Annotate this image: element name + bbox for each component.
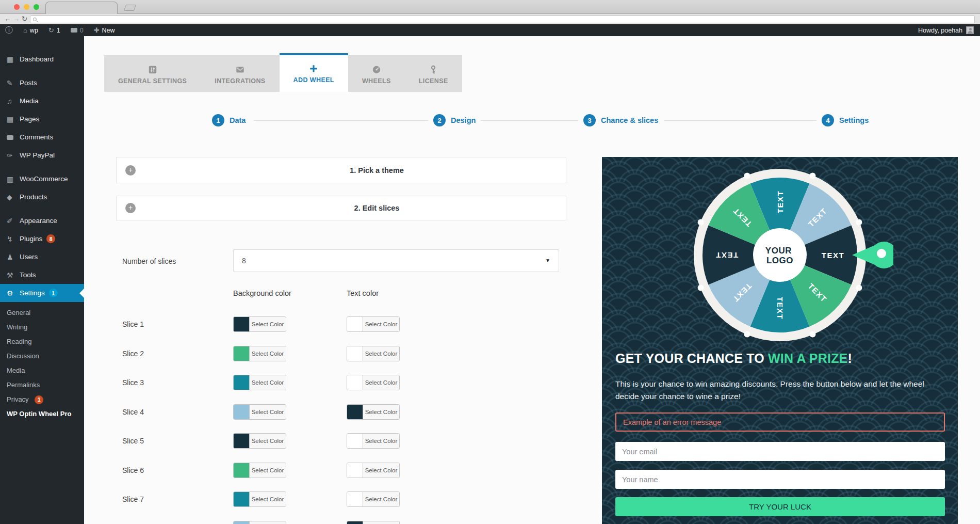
step-4-circle[interactable]: 4 [822,114,834,126]
accordion-edit-slices[interactable]: + 2. Edit slices [116,196,566,220]
reload-button[interactable]: ↻ [22,14,27,24]
sidebar-item-tools[interactable]: ⚒ Tools [0,266,84,284]
maximize-window-button[interactable] [34,4,39,10]
select-color-button[interactable]: Select Color [249,375,286,390]
slice-3-background-color-picker[interactable]: Select Color [233,375,286,390]
settings-submenu: General Writing Reading Discussion Media… [0,302,84,421]
slice-8-background-color-picker[interactable]: Select Color [233,521,286,524]
number-of-slices-select[interactable]: 8 ▼ [233,249,559,272]
updates-icon: ↻ [48,26,54,34]
sidebar-item-wp-paypal[interactable]: ✑ WP PayPal [0,146,84,164]
slice-5-text-color-picker[interactable]: Select Color [347,433,400,449]
color-swatch [234,521,249,524]
minimize-window-button[interactable] [24,4,29,10]
select-color-button[interactable]: Select Color [249,346,286,361]
tab-add-wheel[interactable]: ADD WHEEL [280,53,348,92]
select-color-button[interactable]: Select Color [363,405,399,419]
select-color-button[interactable]: Select Color [363,521,399,524]
tab-label: INTEGRATIONS [215,77,265,85]
site-home-link[interactable]: ⌂ wp [18,24,43,36]
name-field[interactable] [615,470,945,489]
slice-8-text-color-picker[interactable]: Select Color [347,521,400,524]
select-color-button[interactable]: Select Color [249,463,286,478]
select-color-button[interactable]: Select Color [363,346,399,361]
slice-text: TEXT [715,251,738,260]
slice-7-text-color-picker[interactable]: Select Color [347,491,400,507]
new-content-link[interactable]: ✚ New [89,24,120,36]
page: ← → ↻ ⓘ ⌂ wp ↻ 1 0 ✚ New Howdy, poehah [0,0,980,524]
step-3-label[interactable]: Chance & slices [601,116,658,124]
tab-license[interactable]: LICENSE [405,55,462,92]
select-color-button[interactable]: Select Color [249,434,286,448]
sidebar-item-plugins[interactable]: ↯ Plugins 8 [0,230,84,248]
tab-integrations[interactable]: INTEGRATIONS [201,55,279,92]
slice-1-text-color-picker[interactable]: Select Color [347,316,400,332]
pushpin-icon: ✎ [7,79,20,87]
step-2-circle[interactable]: 2 [433,114,446,126]
select-color-button[interactable]: Select Color [249,521,286,524]
url-bar[interactable] [30,15,975,23]
submenu-item-general[interactable]: General [0,306,84,320]
forward-button[interactable]: → [13,14,20,24]
slice-7-background-color-picker[interactable]: Select Color [233,491,286,507]
select-color-button[interactable]: Select Color [363,375,399,390]
slice-row-4: Slice 4 Select Color Select Color [116,404,566,420]
sidebar-item-pages[interactable]: ▤ Pages [0,110,84,128]
tab-wheels[interactable]: WHEELS [348,55,405,92]
tab-general-settings[interactable]: GENERAL SETTINGS [104,55,201,92]
sidebar-item-appearance[interactable]: ✐ Appearance [0,212,84,230]
slice-6-background-color-picker[interactable]: Select Color [233,463,286,478]
slice-4-text-color-picker[interactable]: Select Color [347,404,400,420]
submenu-item-reading[interactable]: Reading [0,335,84,349]
submenu-item-discussion[interactable]: Discussion [0,349,84,363]
updates-link[interactable]: ↻ 1 [43,24,66,36]
try-your-luck-button[interactable]: TRY YOUR LUCK [615,497,945,516]
sidebar-item-users[interactable]: ♟ Users [0,248,84,266]
select-color-button[interactable]: Select Color [363,492,399,506]
browser-tab[interactable] [45,2,118,14]
sidebar-item-settings[interactable]: ⚙ Settings 1 [0,284,84,302]
wordpress-logo-icon[interactable]: ⓘ [0,24,18,36]
email-field[interactable] [615,442,945,461]
select-color-button[interactable]: Select Color [363,463,399,478]
select-color-button[interactable]: Select Color [249,405,286,419]
slice-2-background-color-picker[interactable]: Select Color [233,346,286,361]
slice-2-text-color-picker[interactable]: Select Color [347,346,400,361]
new-tab-button[interactable] [124,5,136,11]
select-color-button[interactable]: Select Color [363,434,399,448]
select-color-button[interactable]: Select Color [363,317,399,331]
submenu-item-permalinks[interactable]: Permalinks [0,378,84,392]
avatar[interactable] [966,26,974,34]
back-button[interactable]: ← [4,14,11,24]
slice-3-text-color-picker[interactable]: Select Color [347,375,400,390]
error-message-field[interactable] [615,412,945,432]
slice-4-background-color-picker[interactable]: Select Color [233,404,286,420]
submenu-item-wp-optin-wheel-pro[interactable]: WP Optin Wheel Pro [0,407,84,421]
sidebar-item-dashboard[interactable]: ▦ Dashboard [0,50,84,68]
submenu-item-privacy[interactable]: Privacy 1 [0,392,84,407]
slice-1-background-color-picker[interactable]: Select Color [233,316,286,332]
step-2-label[interactable]: Design [451,116,476,124]
step-1-circle[interactable]: 1 [212,114,224,126]
select-color-button[interactable]: Select Color [249,317,286,331]
comments-link[interactable]: 0 [66,24,89,36]
sidebar-item-comments[interactable]: Comments [0,128,84,146]
submenu-item-writing[interactable]: Writing [0,320,84,335]
wheel-preview-panel: TEXT TEXT TEXT TEXT TEXT TEXT TEXT TEXT … [602,157,958,524]
sidebar-item-posts[interactable]: ✎ Posts [0,74,84,92]
howdy-account-link[interactable]: Howdy, poehah [918,27,962,34]
sidebar-item-products[interactable]: ◆ Products [0,188,84,206]
comments-count: 0 [80,27,84,34]
sidebar-item-media[interactable]: ♫ Media [0,92,84,110]
sidebar-item-woocommerce[interactable]: ▥ WooCommerce [0,170,84,188]
submenu-item-media[interactable]: Media [0,363,84,378]
step-1-label[interactable]: Data [230,116,246,124]
close-window-button[interactable] [14,4,20,10]
select-color-button[interactable]: Select Color [249,492,286,506]
step-3-circle[interactable]: 3 [583,114,596,126]
slice-5-background-color-picker[interactable]: Select Color [233,433,286,449]
accordion-pick-theme[interactable]: + 1. Pick a theme [116,157,566,183]
slice-6-text-color-picker[interactable]: Select Color [347,463,400,478]
step-4-label[interactable]: Settings [839,116,869,124]
sidebar-item-label: WooCommerce [20,175,68,183]
